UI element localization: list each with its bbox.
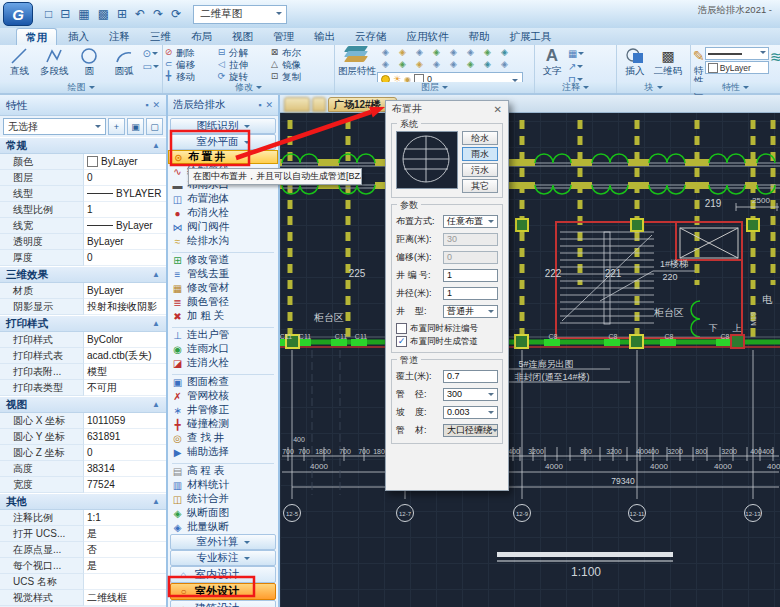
property-row[interactable]: 圆心 X 坐标1011059 — [0, 413, 166, 429]
leader-icon[interactable]: ↗ — [568, 61, 584, 72]
property-row[interactable]: 宽度77524 — [0, 477, 166, 493]
property-value[interactable]: ByLayer — [84, 218, 166, 234]
menu-item-室外设计[interactable]: ○室外设计 — [170, 583, 276, 600]
menu-item-管线去重[interactable]: ≡管线去重 — [168, 267, 278, 281]
close-icon[interactable]: ✕ — [265, 100, 273, 110]
ribbon-tab[interactable]: 布局 — [182, 28, 221, 45]
menu-item-碰撞检测[interactable]: ╋碰撞检测 — [168, 417, 278, 431]
property-row[interactable]: 打印表类型不可用 — [0, 380, 166, 396]
modify-button-镜像[interactable]: △镜像 — [269, 58, 322, 70]
menu-item-材料统计[interactable]: ▥材料统计 — [168, 478, 278, 492]
pin-icon[interactable]: ▪ — [145, 100, 148, 110]
app-logo-icon[interactable]: G — [3, 2, 33, 26]
property-value[interactable]: ByLayer — [84, 234, 166, 250]
checkbox-checked-icon[interactable]: ✓ — [396, 336, 407, 347]
modify-button-偏移[interactable]: ⊂偏移 — [163, 58, 216, 70]
property-value[interactable]: 38314 — [84, 461, 166, 477]
layer-tool-icon[interactable]: ◈ — [445, 59, 462, 71]
properties-section-header[interactable]: 打印样式▲ — [0, 315, 166, 332]
quick-select-all-icon[interactable]: ▢ — [146, 118, 163, 135]
menu-item-修改管材[interactable]: ▦修改管材 — [168, 281, 278, 295]
collapse-icon[interactable]: ▲ — [152, 141, 160, 150]
redo-icon[interactable]: ↷ — [153, 8, 163, 20]
layer-tool-icon[interactable]: ◈ — [428, 59, 445, 71]
properties-section-header[interactable]: 三维效果▲ — [0, 266, 166, 283]
group-label-modify[interactable]: 修改 — [163, 82, 334, 93]
ribbon-tab[interactable]: 帮助 — [460, 28, 499, 45]
property-row[interactable]: 打印样式ByColor — [0, 332, 166, 348]
property-row[interactable]: 打印表附...模型 — [0, 364, 166, 380]
collapse-icon[interactable]: ▲ — [152, 400, 160, 409]
ribbon-tab[interactable]: 应用软件 — [398, 28, 458, 45]
field-select[interactable]: 0.003 — [443, 406, 498, 419]
layer-tool-icon[interactable]: ◈ — [394, 47, 411, 59]
ribbon-tab[interactable]: 视图 — [223, 28, 262, 45]
print-icon[interactable]: ⊞ — [117, 8, 127, 20]
checkbox-布置同时标注编号[interactable]: 布置同时标注编号 — [396, 322, 498, 335]
property-row[interactable]: 在原点显...否 — [0, 542, 166, 558]
property-value[interactable]: 77524 — [84, 477, 166, 493]
qrcode-button[interactable]: ▩ 二维码 — [651, 46, 685, 76]
group-label-annotate[interactable]: 注释 — [535, 82, 616, 93]
menu-item-查找井[interactable]: ◎查 找 井 — [168, 431, 278, 445]
ribbon-tab[interactable]: 常用 — [16, 28, 57, 45]
menu-item-连消火栓[interactable]: ◪连消火栓 — [168, 356, 278, 370]
quick-select-add-icon[interactable]: + — [108, 118, 125, 135]
menu-group-室外平面[interactable]: 室外平面 — [170, 134, 276, 150]
property-row[interactable]: 注释比例1:1 — [0, 510, 166, 526]
menu-item-图面检查[interactable]: ▣图面检查 — [168, 375, 278, 389]
close-icon[interactable]: ✕ — [152, 100, 160, 110]
menu-item-室内设计[interactable]: ⌂室内设计 — [170, 566, 276, 583]
checkbox-icon[interactable] — [396, 323, 407, 334]
property-row[interactable]: 阴影显示投射和接收阴影 — [0, 299, 166, 315]
layer-tool-icon[interactable]: ◈ — [428, 47, 445, 59]
menu-group-室外计算[interactable]: 室外计算 — [170, 534, 276, 550]
pin-icon[interactable]: ▪ — [258, 100, 261, 110]
property-row[interactable]: 高度38314 — [0, 461, 166, 477]
layer-tool-icon[interactable]: ◈ — [462, 59, 479, 71]
property-row[interactable]: 圆心 Z 坐标0 — [0, 445, 166, 461]
menu-item-加粗关[interactable]: ✖加 粗 关 — [168, 309, 278, 323]
menu-item-连雨水口[interactable]: ◉连雨水口 — [168, 342, 278, 356]
properties-section-header[interactable]: 其他▲ — [0, 493, 166, 510]
layer-tool-icon[interactable]: ◈ — [496, 47, 513, 59]
draw-order-icon[interactable]: ≋ — [770, 48, 780, 66]
layer-tool-icon[interactable]: ◈ — [496, 59, 513, 71]
ribbon-tab[interactable]: 注释 — [100, 28, 139, 45]
layer-tool-icon[interactable]: ◈ — [411, 59, 428, 71]
modify-button-拉伸[interactable]: ◁拉伸 — [216, 58, 269, 70]
layer-tool-icon[interactable]: ◈ — [377, 59, 394, 71]
circle-button[interactable]: 圆 — [72, 46, 107, 76]
field-input[interactable]: 1 — [443, 269, 498, 282]
menu-item-纵断面图[interactable]: ◈纵断面图 — [168, 506, 278, 520]
menu-item-辅助选择[interactable]: ▶辅助选择 — [168, 445, 278, 459]
menu-item-布置池体[interactable]: ◫布置池体 — [168, 192, 278, 206]
layer-tool-icon[interactable]: ◈ — [462, 47, 479, 59]
property-row[interactable]: 打开 UCS...是 — [0, 526, 166, 542]
property-value[interactable]: 631891 — [84, 429, 166, 445]
ribbon-tab[interactable]: 插入 — [59, 28, 98, 45]
property-value[interactable]: BYLAYER — [84, 186, 166, 202]
save-as-icon[interactable]: ▩ — [98, 8, 109, 20]
workspace-select[interactable]: 二维草图 — [193, 5, 287, 24]
property-row[interactable]: 厚度0 — [0, 250, 166, 266]
menu-item-颜色管径[interactable]: ≣颜色管径 — [168, 295, 278, 309]
ribbon-tab[interactable]: 输出 — [305, 28, 344, 45]
drawing-tab-obscured[interactable] — [284, 97, 310, 112]
dialog-title-bar[interactable]: 布置井 ✕ — [386, 101, 508, 117]
checkbox-布置同时生成管道[interactable]: ✓布置同时生成管道 — [396, 335, 498, 348]
menu-item-布消火栓[interactable]: ●布消火栓 — [168, 206, 278, 220]
layer-tool-icon[interactable]: ◈ — [479, 47, 496, 59]
ribbon-tab[interactable]: 管理 — [264, 28, 303, 45]
menu-item-阀门阀件[interactable]: ⋈阀门阀件 — [168, 220, 278, 234]
field-select[interactable]: 大口径缠绕 — [443, 424, 498, 437]
property-row[interactable]: 材质ByLayer — [0, 283, 166, 299]
menu-item-绘排水沟[interactable]: ≈绘排水沟 — [168, 234, 278, 248]
drawing-canvas[interactable]: 12-512-712-912-1112-13 21925002252222211… — [280, 113, 780, 607]
menu-item-井管修正[interactable]: ∗井管修正 — [168, 403, 278, 417]
property-value[interactable]: 二维线框 — [84, 590, 166, 606]
workspace-switch-icon[interactable]: ⟳ — [171, 8, 181, 20]
undo-icon[interactable]: ↶ — [135, 8, 145, 20]
modify-button-复制[interactable]: ⊡复制 — [269, 70, 322, 82]
system-button-污水[interactable]: 污水 — [462, 163, 498, 177]
